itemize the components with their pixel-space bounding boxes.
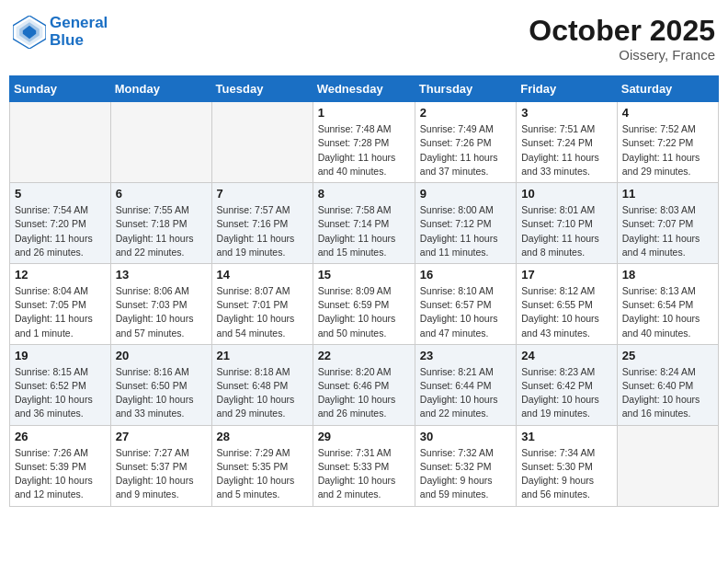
day-number: 5 (15, 187, 106, 201)
calendar-cell: 3Sunrise: 7:51 AMSunset: 7:24 PMDaylight… (517, 102, 618, 183)
day-info: Sunrise: 8:03 AMSunset: 7:07 PMDaylight:… (622, 203, 713, 259)
day-info: Sunrise: 8:18 AMSunset: 6:48 PMDaylight:… (217, 365, 308, 421)
month-info: October 2025 Oissery, France (529, 15, 715, 63)
calendar-cell: 9Sunrise: 8:00 AMSunset: 7:12 PMDaylight… (415, 183, 516, 264)
day-info: Sunrise: 7:26 AMSunset: 5:39 PMDaylight:… (15, 446, 106, 502)
calendar-cell (617, 425, 718, 506)
day-header-thursday: Thursday (415, 76, 516, 102)
calendar-cell: 27Sunrise: 7:27 AMSunset: 5:37 PMDayligh… (110, 425, 211, 506)
day-number: 6 (116, 187, 207, 201)
day-number: 30 (420, 430, 511, 443)
day-number: 16 (420, 268, 511, 282)
day-info: Sunrise: 7:32 AMSunset: 5:32 PMDaylight:… (420, 446, 511, 502)
calendar-cell: 31Sunrise: 7:34 AMSunset: 5:30 PMDayligh… (517, 425, 618, 506)
day-number: 24 (521, 349, 612, 362)
page-header: General Blue October 2025 Oissery, Franc… (9, 9, 719, 68)
day-info: Sunrise: 8:07 AMSunset: 7:01 PMDaylight:… (217, 284, 308, 340)
day-number: 22 (318, 349, 410, 362)
day-header-wednesday: Wednesday (313, 76, 415, 102)
calendar-cell: 23Sunrise: 8:21 AMSunset: 6:44 PMDayligh… (415, 344, 516, 425)
logo: General Blue (13, 15, 108, 49)
day-number: 14 (217, 268, 308, 282)
day-header-friday: Friday (517, 76, 618, 102)
day-info: Sunrise: 7:49 AMSunset: 7:26 PMDaylight:… (420, 122, 511, 178)
day-info: Sunrise: 8:04 AMSunset: 7:05 PMDaylight:… (15, 284, 106, 340)
calendar-cell: 12Sunrise: 8:04 AMSunset: 7:05 PMDayligh… (10, 263, 111, 344)
day-info: Sunrise: 7:29 AMSunset: 5:35 PMDaylight:… (217, 446, 308, 502)
calendar-week-row: 1Sunrise: 7:48 AMSunset: 7:28 PMDaylight… (10, 102, 719, 183)
day-number: 10 (521, 187, 612, 201)
day-header-saturday: Saturday (617, 76, 718, 102)
day-info: Sunrise: 8:23 AMSunset: 6:42 PMDaylight:… (521, 365, 612, 421)
calendar-cell: 26Sunrise: 7:26 AMSunset: 5:39 PMDayligh… (10, 425, 111, 506)
logo-text: General Blue (50, 15, 108, 49)
day-info: Sunrise: 8:10 AMSunset: 6:57 PMDaylight:… (420, 284, 511, 340)
calendar-header-row: SundayMondayTuesdayWednesdayThursdayFrid… (10, 76, 719, 102)
calendar-cell: 20Sunrise: 8:16 AMSunset: 6:50 PMDayligh… (110, 344, 211, 425)
day-info: Sunrise: 8:13 AMSunset: 6:54 PMDaylight:… (622, 284, 713, 340)
day-number: 3 (521, 106, 612, 120)
calendar-cell: 8Sunrise: 7:58 AMSunset: 7:14 PMDaylight… (313, 183, 415, 264)
calendar-cell: 30Sunrise: 7:32 AMSunset: 5:32 PMDayligh… (415, 425, 516, 506)
calendar-cell: 17Sunrise: 8:12 AMSunset: 6:55 PMDayligh… (517, 263, 618, 344)
day-number: 27 (116, 430, 207, 443)
day-info: Sunrise: 8:24 AMSunset: 6:40 PMDaylight:… (622, 365, 713, 421)
day-number: 17 (521, 268, 612, 282)
calendar-cell: 22Sunrise: 8:20 AMSunset: 6:46 PMDayligh… (313, 344, 415, 425)
day-info: Sunrise: 7:48 AMSunset: 7:28 PMDaylight:… (318, 122, 410, 178)
calendar-cell: 18Sunrise: 8:13 AMSunset: 6:54 PMDayligh… (617, 263, 718, 344)
calendar-cell: 1Sunrise: 7:48 AMSunset: 7:28 PMDaylight… (313, 102, 415, 183)
day-info: Sunrise: 7:54 AMSunset: 7:20 PMDaylight:… (15, 203, 106, 259)
calendar-cell: 13Sunrise: 8:06 AMSunset: 7:03 PMDayligh… (110, 263, 211, 344)
day-number: 15 (318, 268, 410, 282)
day-info: Sunrise: 8:00 AMSunset: 7:12 PMDaylight:… (420, 203, 511, 259)
calendar-cell: 2Sunrise: 7:49 AMSunset: 7:26 PMDaylight… (415, 102, 516, 183)
calendar-cell: 7Sunrise: 7:57 AMSunset: 7:16 PMDaylight… (211, 183, 313, 264)
day-number: 13 (116, 268, 207, 282)
day-number: 19 (15, 349, 106, 362)
day-info: Sunrise: 7:55 AMSunset: 7:18 PMDaylight:… (116, 203, 207, 259)
calendar-cell: 19Sunrise: 8:15 AMSunset: 6:52 PMDayligh… (10, 344, 111, 425)
calendar-cell: 11Sunrise: 8:03 AMSunset: 7:07 PMDayligh… (617, 183, 718, 264)
day-info: Sunrise: 7:51 AMSunset: 7:24 PMDaylight:… (521, 122, 612, 178)
day-info: Sunrise: 7:34 AMSunset: 5:30 PMDaylight:… (521, 446, 612, 502)
calendar-cell: 16Sunrise: 8:10 AMSunset: 6:57 PMDayligh… (415, 263, 516, 344)
day-info: Sunrise: 7:52 AMSunset: 7:22 PMDaylight:… (622, 122, 713, 178)
day-number: 18 (622, 268, 713, 282)
day-info: Sunrise: 8:21 AMSunset: 6:44 PMDaylight:… (420, 365, 511, 421)
day-number: 31 (521, 430, 612, 443)
day-number: 9 (420, 187, 511, 201)
day-number: 11 (622, 187, 713, 201)
month-title: October 2025 (529, 15, 715, 47)
calendar-cell: 29Sunrise: 7:31 AMSunset: 5:33 PMDayligh… (313, 425, 415, 506)
day-info: Sunrise: 8:20 AMSunset: 6:46 PMDaylight:… (318, 365, 410, 421)
logo-icon (13, 16, 46, 49)
calendar-cell: 15Sunrise: 8:09 AMSunset: 6:59 PMDayligh… (313, 263, 415, 344)
day-number: 8 (318, 187, 410, 201)
day-number: 4 (622, 106, 713, 120)
day-info: Sunrise: 7:27 AMSunset: 5:37 PMDaylight:… (116, 446, 207, 502)
day-info: Sunrise: 8:15 AMSunset: 6:52 PMDaylight:… (15, 365, 106, 421)
calendar-cell: 6Sunrise: 7:55 AMSunset: 7:18 PMDaylight… (110, 183, 211, 264)
day-number: 21 (217, 349, 308, 362)
calendar-cell: 28Sunrise: 7:29 AMSunset: 5:35 PMDayligh… (211, 425, 313, 506)
day-number: 7 (217, 187, 308, 201)
day-number: 23 (420, 349, 511, 362)
day-number: 26 (15, 430, 106, 443)
day-info: Sunrise: 8:16 AMSunset: 6:50 PMDaylight:… (116, 365, 207, 421)
day-info: Sunrise: 8:09 AMSunset: 6:59 PMDaylight:… (318, 284, 410, 340)
day-info: Sunrise: 8:01 AMSunset: 7:10 PMDaylight:… (521, 203, 612, 259)
day-header-sunday: Sunday (10, 76, 111, 102)
day-info: Sunrise: 7:58 AMSunset: 7:14 PMDaylight:… (318, 203, 410, 259)
day-number: 20 (116, 349, 207, 362)
calendar-cell: 4Sunrise: 7:52 AMSunset: 7:22 PMDaylight… (617, 102, 718, 183)
calendar-table: SundayMondayTuesdayWednesdayThursdayFrid… (9, 75, 719, 506)
calendar-cell (10, 102, 111, 183)
day-number: 25 (622, 349, 713, 362)
calendar-cell: 5Sunrise: 7:54 AMSunset: 7:20 PMDaylight… (10, 183, 111, 264)
day-number: 28 (217, 430, 308, 443)
day-header-monday: Monday (110, 76, 211, 102)
calendar-cell (211, 102, 313, 183)
day-header-tuesday: Tuesday (211, 76, 313, 102)
calendar-week-row: 12Sunrise: 8:04 AMSunset: 7:05 PMDayligh… (10, 263, 719, 344)
